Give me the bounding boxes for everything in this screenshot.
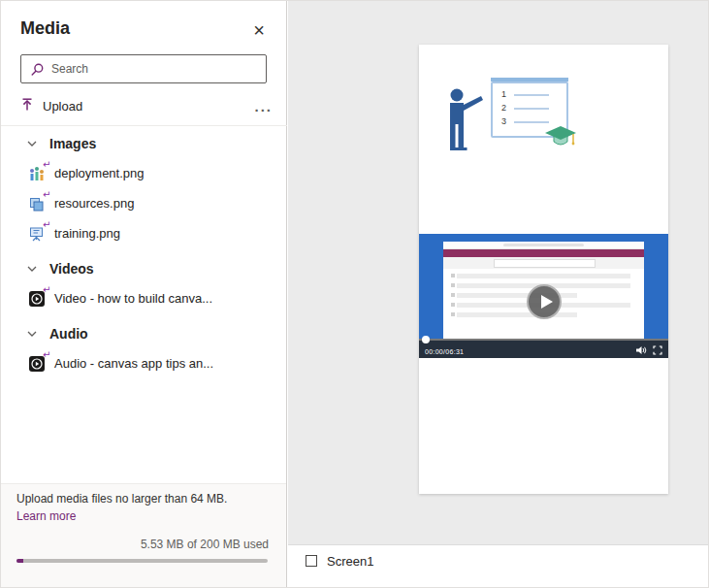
video-player[interactable]: 00:00/06:31 xyxy=(419,234,668,358)
more-button[interactable]: ... xyxy=(254,98,273,114)
seek-handle[interactable] xyxy=(422,336,430,343)
board-row: 2 xyxy=(501,104,558,113)
video-controls: 00:00/06:31 xyxy=(419,339,668,358)
section-label: Images xyxy=(49,136,96,151)
media-item-label: resources.png xyxy=(54,196,134,211)
canvas-area: 1 2 3 xyxy=(288,1,709,588)
screen-label[interactable]: Screen1 xyxy=(327,554,373,569)
board-number: 2 xyxy=(501,104,507,113)
media-item-label: Audio - canvas app tips an... xyxy=(54,356,213,371)
seek-bar[interactable] xyxy=(419,339,668,341)
audio-file-icon xyxy=(28,355,46,373)
screen-checkbox[interactable] xyxy=(306,555,317,567)
board-number: 1 xyxy=(501,90,507,99)
panel-title: Media xyxy=(20,18,70,39)
search-input[interactable] xyxy=(51,55,266,82)
media-item-video[interactable]: Video - how to build canva... xyxy=(1,283,286,313)
app-root: Media Uploa xyxy=(0,0,709,588)
app-screen-canvas[interactable]: 1 2 3 xyxy=(419,45,668,494)
section-label: Audio xyxy=(49,326,88,342)
training-illustration-image[interactable]: 1 2 3 xyxy=(442,82,578,171)
media-item-audio[interactable]: Audio - canvas app tips an... xyxy=(1,348,286,378)
media-item-label: training.png xyxy=(54,226,120,241)
board-line xyxy=(514,94,549,96)
screen-tree-bar: Screen1 xyxy=(288,544,709,588)
close-button[interactable] xyxy=(245,16,273,44)
panel-divider xyxy=(1,125,287,126)
upload-icon xyxy=(20,98,34,114)
upload-limit-note: Upload media files no larger than 64 MB. xyxy=(16,492,269,506)
thumbnail-search-band xyxy=(443,257,644,269)
section-header-images[interactable]: Images xyxy=(1,129,286,158)
board-number: 3 xyxy=(501,117,507,126)
panel-footer: Upload media files no larger than 64 MB.… xyxy=(1,483,286,588)
volume-icon[interactable] xyxy=(636,345,647,355)
storage-progress-fill xyxy=(16,559,23,563)
fullscreen-icon[interactable] xyxy=(653,345,662,355)
upload-row: Upload ... xyxy=(20,91,273,120)
video-file-icon xyxy=(28,290,46,308)
media-item-training[interactable]: training.png xyxy=(1,218,286,248)
resources-image-icon xyxy=(28,195,46,212)
board-line xyxy=(514,108,549,110)
upload-button[interactable]: Upload xyxy=(20,98,82,114)
board-row: 1 xyxy=(501,90,558,99)
chevron-down-icon xyxy=(27,141,37,147)
training-image-icon xyxy=(28,225,46,243)
thumbnail-content-row xyxy=(457,274,630,278)
storage-usage-text: 5.53 MB of 200 MB used xyxy=(16,538,269,551)
media-list: Images deployment.png xyxy=(1,129,286,378)
media-item-resources[interactable]: resources.png xyxy=(1,188,286,218)
thumbnail-browser-chrome xyxy=(443,242,644,249)
learn-more-link[interactable]: Learn more xyxy=(16,509,76,523)
media-item-label: Video - how to build canva... xyxy=(54,291,212,306)
media-item-deployment[interactable]: deployment.png xyxy=(1,158,286,188)
search-box xyxy=(20,54,267,83)
board-line xyxy=(514,121,549,123)
section-header-videos[interactable]: Videos xyxy=(1,254,286,283)
search-icon xyxy=(31,63,44,76)
video-time: 00:00/06:31 xyxy=(425,348,464,355)
thumbnail-header-band xyxy=(443,249,644,257)
chevron-down-icon xyxy=(27,266,37,272)
section-label: Videos xyxy=(49,261,94,277)
play-icon xyxy=(541,295,553,309)
section-header-audio[interactable]: Audio xyxy=(1,319,286,348)
chevron-down-icon xyxy=(27,331,37,337)
presenter-person-icon xyxy=(442,87,487,161)
storage-progress-bar xyxy=(16,559,268,563)
deployment-image-icon xyxy=(28,165,46,182)
thumbnail-content-row xyxy=(457,312,577,317)
close-icon xyxy=(253,25,265,40)
media-panel: Media Uploa xyxy=(1,1,287,588)
media-item-label: deployment.png xyxy=(54,166,145,180)
graduation-cap-icon xyxy=(543,124,578,153)
play-button[interactable] xyxy=(527,284,562,319)
upload-label: Upload xyxy=(43,99,82,114)
